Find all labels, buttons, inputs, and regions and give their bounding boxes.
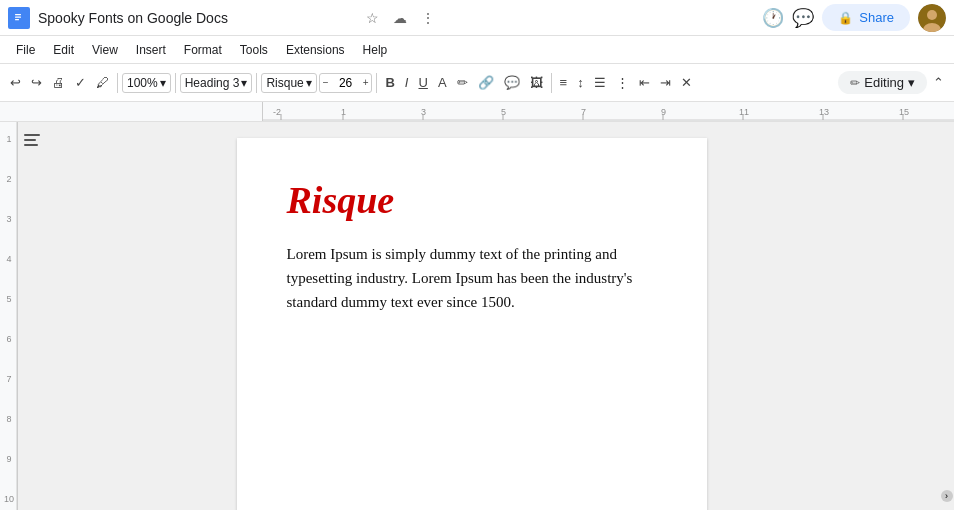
- list-button[interactable]: ☰: [590, 72, 610, 93]
- svg-text:3: 3: [6, 214, 11, 224]
- font-size-decrease[interactable]: −: [320, 75, 332, 90]
- document-area[interactable]: Risque Lorem Ipsum is simply dummy text …: [18, 122, 939, 510]
- svg-rect-0: [13, 11, 25, 25]
- history-icon[interactable]: 🕐: [762, 7, 784, 29]
- indent-increase-button[interactable]: ⇥: [656, 72, 675, 93]
- align-button[interactable]: ≡: [556, 72, 572, 93]
- svg-text:9: 9: [6, 454, 11, 464]
- print-button[interactable]: 🖨: [48, 72, 69, 93]
- svg-text:1: 1: [6, 134, 11, 144]
- menu-insert[interactable]: Insert: [128, 41, 174, 59]
- ruler: -2 1 3 5 7 9 11 13 15: [0, 102, 954, 122]
- svg-text:1: 1: [341, 107, 346, 117]
- svg-text:4: 4: [6, 254, 11, 264]
- highlight-button[interactable]: ✏: [453, 72, 472, 93]
- svg-text:3: 3: [421, 107, 426, 117]
- link-button[interactable]: 🔗: [474, 72, 498, 93]
- svg-rect-37: [24, 134, 40, 136]
- menu-view[interactable]: View: [84, 41, 126, 59]
- image-button[interactable]: 🖼: [526, 72, 547, 93]
- menu-extensions[interactable]: Extensions: [278, 41, 353, 59]
- svg-text:7: 7: [581, 107, 586, 117]
- document-heading: Risque: [287, 178, 657, 222]
- svg-text:13: 13: [819, 107, 829, 117]
- bold-button[interactable]: B: [381, 72, 398, 93]
- numbered-list-button[interactable]: ⋮: [612, 72, 633, 93]
- svg-text:9: 9: [661, 107, 666, 117]
- menu-file[interactable]: File: [8, 41, 43, 59]
- user-avatar[interactable]: [918, 4, 946, 32]
- svg-text:6: 6: [6, 334, 11, 344]
- separator-4: [376, 73, 377, 93]
- line-spacing-button[interactable]: ↕: [573, 72, 588, 93]
- zoom-dropdown[interactable]: 100% ▾: [122, 73, 171, 93]
- comment-icon[interactable]: 💬: [792, 7, 814, 29]
- scroll-down-arrow[interactable]: ›: [941, 490, 953, 502]
- menu-format[interactable]: Format: [176, 41, 230, 59]
- paint-format-button[interactable]: 🖊: [92, 72, 113, 93]
- zoom-value: 100%: [127, 76, 158, 90]
- svg-text:8: 8: [6, 414, 11, 424]
- font-size-control: − 26 +: [319, 73, 373, 93]
- svg-text:2: 2: [6, 174, 11, 184]
- cloud-icon: ☁: [389, 8, 411, 28]
- zoom-arrow-icon: ▾: [160, 76, 166, 90]
- svg-rect-2: [15, 16, 21, 17]
- scrollbar-area: ›: [939, 122, 954, 510]
- svg-text:7: 7: [6, 374, 11, 384]
- svg-text:10: 10: [4, 494, 14, 504]
- undo-button[interactable]: ↩: [6, 72, 25, 93]
- share-button[interactable]: 🔒 Share: [822, 4, 910, 31]
- svg-rect-38: [24, 139, 36, 141]
- menu-help[interactable]: Help: [355, 41, 396, 59]
- lock-icon: 🔒: [838, 11, 853, 25]
- heading-arrow-icon: ▾: [241, 76, 247, 90]
- comment-button[interactable]: 💬: [500, 72, 524, 93]
- more-icon[interactable]: ⋮: [417, 8, 439, 28]
- heading-style-label: Heading 3: [185, 76, 240, 90]
- separator-3: [256, 73, 257, 93]
- menu-tools[interactable]: Tools: [232, 41, 276, 59]
- font-name-dropdown[interactable]: Risque ▾: [261, 73, 316, 93]
- editing-mode-button[interactable]: ✏ Editing ▾: [838, 71, 927, 94]
- separator-1: [117, 73, 118, 93]
- text-color-button[interactable]: A: [434, 72, 451, 93]
- outline-icon[interactable]: [22, 132, 42, 153]
- italic-button[interactable]: I: [401, 72, 413, 93]
- svg-rect-1: [15, 14, 21, 15]
- doc-icon: [8, 7, 30, 29]
- separator-2: [175, 73, 176, 93]
- font-arrow-icon: ▾: [306, 76, 312, 90]
- font-size-increase[interactable]: +: [360, 75, 372, 90]
- redo-button[interactable]: ↪: [27, 72, 46, 93]
- menu-edit[interactable]: Edit: [45, 41, 82, 59]
- svg-point-5: [927, 10, 937, 20]
- menu-bar: File Edit View Insert Format Tools Exten…: [0, 36, 954, 64]
- document-title: Spooky Fonts on Google Docs: [38, 10, 362, 26]
- underline-button[interactable]: U: [414, 72, 431, 93]
- document-body[interactable]: Lorem Ipsum is simply dummy text of the …: [287, 242, 657, 314]
- svg-text:11: 11: [739, 107, 749, 117]
- pencil-icon: ✏: [850, 76, 860, 90]
- title-bar: Spooky Fonts on Google Docs ☆ ☁ ⋮ 🕐 💬 🔒 …: [0, 0, 954, 36]
- toolbar: ↩ ↪ 🖨 ✓ 🖊 100% ▾ Heading 3 ▾ Risque ▾ − …: [0, 64, 954, 102]
- star-icon[interactable]: ☆: [362, 8, 383, 28]
- font-name-label: Risque: [266, 76, 303, 90]
- document-page: Risque Lorem Ipsum is simply dummy text …: [237, 138, 707, 510]
- separator-5: [551, 73, 552, 93]
- clear-format-button[interactable]: ✕: [677, 72, 696, 93]
- editing-label: Editing: [864, 75, 904, 90]
- svg-text:5: 5: [6, 294, 11, 304]
- title-icons: ☆ ☁ ⋮: [362, 8, 439, 28]
- spell-check-button[interactable]: ✓: [71, 72, 90, 93]
- main-area: 1 2 3 4 5 6 7 8 9 10 Risque Lorem Ipsum …: [0, 122, 954, 510]
- vertical-ruler: 1 2 3 4 5 6 7 8 9 10: [0, 122, 18, 510]
- svg-text:15: 15: [899, 107, 909, 117]
- indent-decrease-button[interactable]: ⇤: [635, 72, 654, 93]
- share-label: Share: [859, 10, 894, 25]
- font-size-value[interactable]: 26: [332, 74, 360, 92]
- editing-arrow-icon: ▾: [908, 75, 915, 90]
- heading-style-dropdown[interactable]: Heading 3 ▾: [180, 73, 253, 93]
- svg-rect-3: [15, 19, 19, 20]
- toolbar-collapse-button[interactable]: ⌃: [929, 72, 948, 93]
